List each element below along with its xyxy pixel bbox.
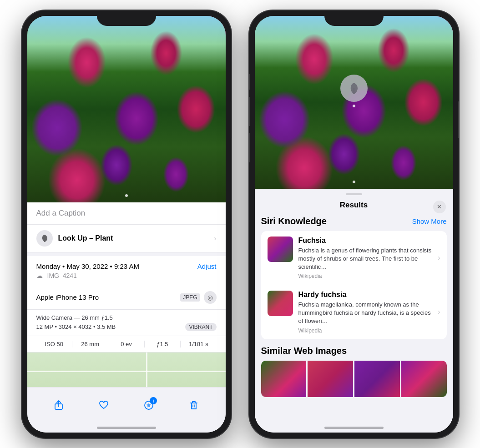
- right-home-bar: [324, 427, 384, 429]
- knowledge-item-fuchsia[interactable]: Fuchsia Fuchsia is a genus of flowering …: [261, 231, 447, 286]
- vibrant-badge: VIBRANT: [185, 323, 216, 331]
- hardy-desc: Fuchsia magellanica, commonly known as t…: [298, 301, 433, 326]
- results-sheet[interactable]: Results ✕ Siri Knowledge Show More: [255, 189, 453, 423]
- right-screen: Results ✕ Siri Knowledge Show More: [255, 16, 453, 433]
- lookup-icon: [36, 230, 53, 247]
- siri-dot: [353, 105, 355, 107]
- close-icon: ✕: [437, 203, 442, 210]
- camera-specs: Wide Camera — 26 mm ƒ1.5 12 MP • 3024 × …: [27, 310, 226, 336]
- lookup-chevron: ›: [214, 234, 216, 242]
- fuchsia-thumb-bg: [268, 237, 293, 262]
- info-badge: i: [150, 397, 157, 404]
- home-bar: [97, 427, 156, 429]
- device-badges: JPEG ◎: [180, 291, 216, 304]
- lookup-bold: Look Up: [58, 234, 87, 242]
- cloud-icon: ☁: [36, 272, 43, 279]
- sheet-handle: [346, 193, 362, 195]
- map-area[interactable]: [27, 352, 226, 387]
- siri-leaf-icon: [347, 81, 361, 96]
- knowledge-item-hardy[interactable]: Hardy fuchsia Fuchsia magellanica, commo…: [261, 285, 447, 339]
- format-badge: JPEG: [180, 293, 200, 302]
- web-images-grid[interactable]: [261, 361, 447, 397]
- results-title: Results: [340, 201, 368, 210]
- hardy-thumb-bg: [268, 291, 293, 316]
- right-home-indicator: [255, 423, 453, 433]
- location-badge: ◎: [204, 291, 217, 304]
- right-photo-dot: [353, 181, 355, 183]
- flower-photo: [27, 16, 226, 202]
- map-road-vertical: [146, 352, 147, 387]
- web-images-title: Similar Web Images: [261, 346, 447, 356]
- right-photo-area: [255, 16, 453, 189]
- close-button[interactable]: ✕: [433, 201, 446, 213]
- meta-section: Monday • May 30, 2022 • 9:23 AM Adjust ☁…: [27, 256, 226, 286]
- section-header: Siri Knowledge Show More: [261, 216, 447, 227]
- right-phone-left-buttons: [249, 74, 250, 90]
- siri-knowledge-title: Siri Knowledge: [261, 216, 327, 227]
- meta-filename: IMG_4241: [47, 272, 77, 279]
- device-row: Apple iPhone 13 Pro JPEG ◎: [27, 286, 226, 310]
- favorite-button[interactable]: [94, 395, 114, 415]
- fuchsia-text: Fuchsia Fuchsia is a genus of flowering …: [298, 237, 433, 280]
- adjust-button[interactable]: Adjust: [197, 262, 217, 270]
- camera-dimensions: 12 MP • 3024 × 4032 • 3.5 MB: [36, 323, 116, 330]
- fuchsia-desc: Fuchsia is a genus of flowering plants t…: [298, 247, 433, 272]
- fuchsia-name: Fuchsia: [298, 237, 433, 245]
- caption-placeholder[interactable]: Add a Caption: [36, 209, 86, 217]
- info-scroll-area[interactable]: Add a Caption Look Up – Plant › Mon: [27, 202, 226, 387]
- web-image-2[interactable]: [308, 361, 353, 397]
- photo-indicator-dot: [125, 194, 128, 197]
- info-button[interactable]: i: [139, 395, 159, 415]
- web-image-1[interactable]: [261, 361, 307, 397]
- results-header: Results ✕: [255, 198, 453, 216]
- exif-row: ISO 50 26 mm 0 ev ƒ1.5 1/181 s: [27, 336, 226, 352]
- leaf-icon: [40, 234, 49, 243]
- lookup-row[interactable]: Look Up – Plant ›: [27, 225, 226, 252]
- left-screen: Add a Caption Look Up – Plant › Mon: [27, 16, 226, 433]
- left-side-buttons: [22, 74, 22, 90]
- exif-focal: 26 mm: [72, 341, 108, 347]
- share-icon: [54, 400, 64, 410]
- device-name: Apple iPhone 13 Pro: [36, 293, 99, 301]
- right-flower-photo: [255, 16, 453, 189]
- fuchsia-thumbnail: [268, 237, 293, 262]
- hardy-name: Hardy fuchsia: [298, 291, 433, 299]
- trash-icon: [189, 400, 199, 410]
- delete-button[interactable]: [184, 395, 204, 415]
- fuchsia-chevron: ›: [438, 254, 440, 262]
- exif-shutter: 1/181 s: [181, 341, 216, 347]
- lookup-rest: – Plant: [87, 234, 113, 242]
- meta-date: Monday • May 30, 2022 • 9:23 AM: [36, 262, 139, 270]
- photo-area: [27, 16, 226, 202]
- exif-aperture: ƒ1.5: [145, 341, 181, 347]
- fuchsia-source: Wikipedia: [298, 273, 433, 279]
- web-image-3[interactable]: [354, 361, 400, 397]
- left-phone: Add a Caption Look Up – Plant › Mon: [22, 10, 231, 438]
- map-background: [27, 352, 226, 387]
- web-image-4[interactable]: [401, 361, 447, 397]
- caption-section[interactable]: Add a Caption: [27, 202, 226, 225]
- map-road-horizontal: [27, 371, 226, 372]
- show-more-button[interactable]: Show More: [412, 217, 447, 225]
- hardy-chevron: ›: [438, 308, 440, 316]
- siri-knowledge-section: Siri Knowledge Show More Fuchsia Fuchsia…: [255, 216, 453, 346]
- heart-icon: [99, 400, 109, 410]
- right-side-button: [231, 101, 231, 138]
- camera-spec-line1: Wide Camera — 26 mm ƒ1.5: [36, 314, 217, 321]
- meta-filename-row: ☁ IMG_4241: [36, 272, 217, 279]
- bottom-toolbar: i: [27, 387, 226, 423]
- lookup-label: Look Up – Plant: [58, 234, 113, 242]
- siri-avatar: [340, 75, 368, 102]
- share-button[interactable]: [49, 395, 69, 415]
- web-images-section: Similar Web Images: [255, 346, 453, 397]
- meta-date-row: Monday • May 30, 2022 • 9:23 AM Adjust: [36, 262, 217, 270]
- exif-ev: 0 ev: [108, 341, 144, 347]
- right-phone: Results ✕ Siri Knowledge Show More: [249, 10, 459, 438]
- hardy-source: Wikipedia: [298, 327, 433, 334]
- camera-spec-line2: 12 MP • 3024 × 4032 • 3.5 MB VIBRANT: [36, 323, 217, 331]
- hardy-thumbnail: [268, 291, 293, 316]
- exif-iso: ISO 50: [36, 341, 72, 347]
- knowledge-card: Fuchsia Fuchsia is a genus of flowering …: [261, 231, 447, 339]
- home-indicator: [27, 423, 226, 433]
- right-phone-right-button: [458, 101, 459, 138]
